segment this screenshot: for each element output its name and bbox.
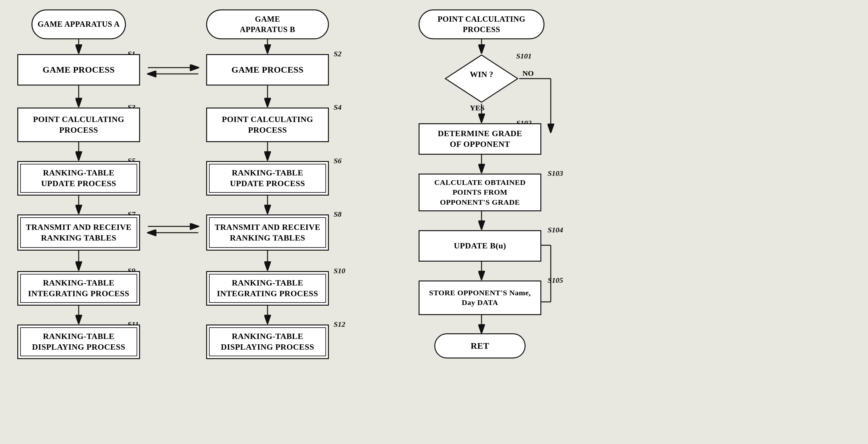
box-s1-game-process: GAME PROCESS	[17, 54, 140, 86]
box-s6-ranking-update: RANKING-TABLEUPDATE PROCESS	[206, 161, 329, 196]
terminal-ret: RET	[434, 333, 526, 358]
box-s11-displaying: RANKING-TABLEDISPLAYING PROCESS	[17, 325, 140, 359]
diamond-win: WIN ?	[444, 54, 519, 104]
box-s8-transmit-b: TRANSMIT AND RECEIVERANKING TABLES	[206, 214, 329, 251]
svg-text:WIN ?: WIN ?	[470, 70, 493, 79]
step-s103-label: S103	[548, 169, 563, 178]
terminal-c-label: POINT CALCULATINGPROCESS	[437, 14, 525, 35]
terminal-game-apparatus-b: GAMEAPPARATUS B	[206, 9, 329, 39]
box-s7-transmit-a: TRANSMIT AND RECEIVERANKING TABLES	[17, 214, 140, 251]
box-s4-point-calc: POINT CALCULATINGPROCESS	[206, 107, 329, 142]
step-s10-label: S10	[334, 267, 345, 275]
step-s4-label: S4	[334, 103, 341, 112]
box-s3-point-calc: POINT CALCULATINGPROCESS	[17, 107, 140, 142]
box-s103-calculate-points: CALCULATE OBTAINEDPOINTS FROMOPPONENT'S …	[418, 174, 541, 211]
step-s2-label: S2	[334, 50, 341, 58]
box-s2-game-process: GAME PROCESS	[206, 54, 329, 86]
no-label: NO	[522, 69, 534, 78]
step-s8-label: S8	[334, 210, 341, 218]
box-s12-displaying: RANKING-TABLEDISPLAYING PROCESS	[206, 325, 329, 359]
box-s9-integrating: RANKING-TABLEINTEGRATING PROCESS	[17, 271, 140, 306]
yes-label: YES	[470, 104, 485, 112]
box-s105-store-data: STORE OPPONENT'S Name,Day DATA	[418, 280, 541, 315]
step-s12-label: S12	[334, 320, 345, 329]
terminal-point-calc: POINT CALCULATINGPROCESS	[418, 9, 545, 39]
box-s5-ranking-update: RANKING-TABLEUPDATE PROCESS	[17, 161, 140, 196]
box-s10-integrating: RANKING-TABLEINTEGRATING PROCESS	[206, 271, 329, 306]
terminal-b-label: GAMEAPPARATUS B	[240, 14, 295, 35]
box-s104-update-bu: UPDATE B(u)	[418, 230, 541, 262]
step-s105-label: S105	[548, 276, 563, 284]
step-s104-label: S104	[548, 226, 563, 234]
diagram-container: GAME APPARATUS A S1 GAME PROCESS S3 POIN…	[0, 0, 868, 444]
terminal-game-apparatus-a: GAME APPARATUS A	[31, 9, 126, 39]
step-s6-label: S6	[334, 157, 341, 165]
box-s102-determine-grade: DETERMINE GRADEOF OPPONENT	[418, 123, 541, 155]
terminal-a-label: GAME APPARATUS A	[37, 19, 120, 30]
